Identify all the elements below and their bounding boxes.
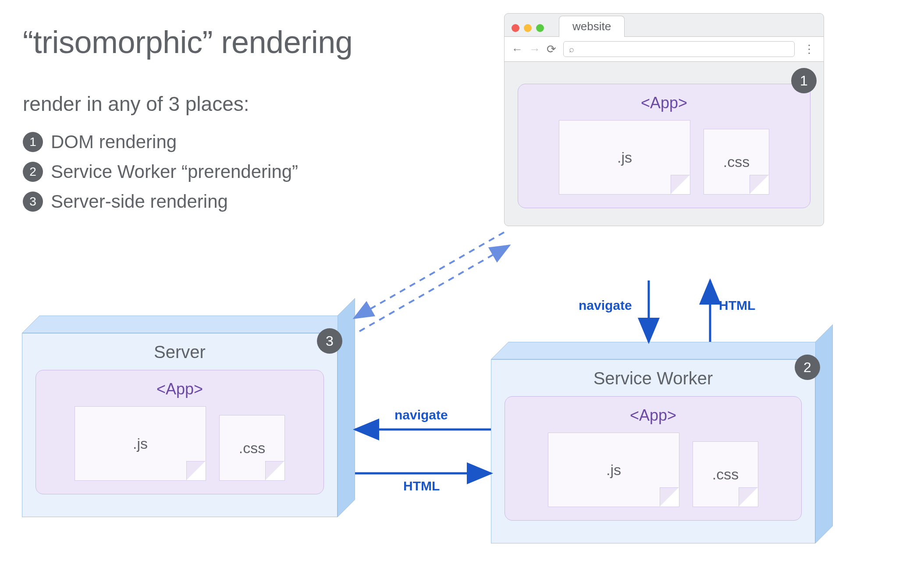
search-icon: ⌕ — [569, 44, 574, 54]
file-ext: .css — [239, 440, 265, 457]
browser-window: website ← → ⟳ ⌕ ⋮ 1 <App> .js .css — [504, 13, 824, 226]
browser-viewport: 1 <App> .js .css — [505, 62, 824, 226]
file-ext: .js — [606, 461, 621, 479]
subheading: render in any of 3 places: — [23, 92, 249, 116]
reload-icon[interactable]: ⟳ — [547, 43, 556, 56]
badge-2: 2 — [23, 162, 43, 182]
list-item: 3 Server-side rendering — [23, 191, 298, 212]
traffic-lights — [512, 24, 544, 36]
svg-line-3 — [359, 245, 509, 331]
app-panel-sw: <App> .js .css — [505, 396, 802, 521]
service-worker-box: 2 Service Worker <App> .js .css — [491, 342, 815, 543]
file-js: .js — [75, 406, 206, 481]
badge-browser: 1 — [791, 68, 817, 93]
file-css: .css — [704, 129, 769, 195]
file-css: .css — [219, 415, 285, 481]
badge-server: 3 — [317, 328, 342, 354]
browser-tab[interactable]: website — [559, 16, 625, 37]
label-navigate-horizontal: navigate — [394, 408, 448, 422]
app-label: <App> — [530, 94, 798, 112]
file-js: .js — [559, 120, 690, 195]
file-ext: .css — [712, 466, 739, 483]
page-title: “trisomorphic” rendering — [23, 24, 352, 60]
file-ext: .css — [723, 153, 750, 170]
list-item: 2 Service Worker “prerendering” — [23, 161, 298, 182]
sw-title: Service Worker — [505, 369, 802, 388]
render-places-list: 1 DOM rendering 2 Service Worker “preren… — [23, 131, 298, 221]
file-ext: .js — [617, 149, 632, 166]
badge-1: 1 — [23, 132, 43, 152]
close-icon[interactable] — [512, 24, 519, 32]
url-bar[interactable]: ⌕ — [563, 41, 795, 57]
browser-tabstrip: website — [505, 14, 824, 36]
badge-3: 3 — [23, 192, 43, 212]
maximize-icon[interactable] — [536, 24, 544, 32]
server-title: Server — [36, 342, 324, 362]
forward-icon[interactable]: → — [529, 43, 540, 56]
list-label: Service Worker “prerendering” — [51, 161, 298, 182]
label-navigate-vertical: navigate — [579, 298, 632, 313]
label-html-horizontal: HTML — [403, 479, 440, 493]
label-html-vertical: HTML — [719, 298, 755, 313]
browser-toolbar: ← → ⟳ ⌕ ⋮ — [505, 36, 824, 62]
list-label: DOM rendering — [51, 131, 177, 153]
list-label: Server-side rendering — [51, 191, 228, 212]
app-panel-server: <App> .js .css — [36, 370, 324, 494]
app-panel-browser: <App> .js .css — [518, 84, 810, 208]
app-label: <App> — [517, 406, 789, 425]
badge-sw: 2 — [795, 355, 820, 380]
file-js: .js — [548, 433, 679, 507]
server-box: 3 Server <App> .js .css — [22, 316, 338, 517]
back-icon[interactable]: ← — [512, 43, 523, 56]
file-ext: .js — [133, 435, 148, 452]
more-icon[interactable]: ⋮ — [802, 43, 817, 56]
svg-line-2 — [354, 232, 504, 318]
file-css: .css — [693, 441, 758, 507]
app-label: <App> — [48, 380, 311, 398]
list-item: 1 DOM rendering — [23, 131, 298, 153]
minimize-icon[interactable] — [524, 24, 532, 32]
